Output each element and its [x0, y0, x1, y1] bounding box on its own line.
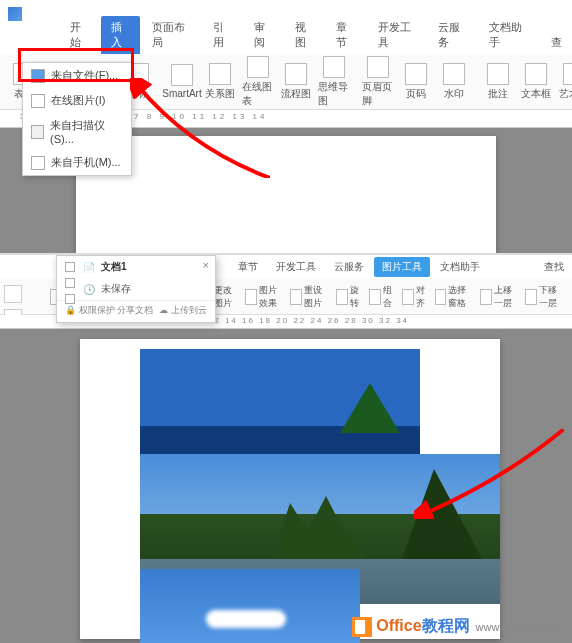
dropdown-online-pic[interactable]: 在线图片(I)	[23, 88, 131, 113]
ribbon-smartart-label: SmartArt	[162, 88, 201, 99]
ribbon-relation-label: 关系图	[205, 87, 235, 101]
ribbon-selectpane[interactable]: 选择窗格	[435, 284, 474, 310]
tab-picture-tools[interactable]: 图片工具	[374, 257, 430, 277]
ribbon-flowchart[interactable]: 流程图	[280, 63, 312, 101]
dropdown-from-phone-label: 来自手机(M)...	[51, 155, 121, 170]
shield-icon: 🔒	[65, 305, 76, 315]
ribbon-align-label: 对齐	[416, 284, 429, 310]
app-logo-icon	[8, 7, 22, 21]
panel-handle-icon[interactable]	[65, 294, 75, 304]
ribbon-wordart-label: 艺术字	[559, 87, 572, 101]
dropdown-from-file[interactable]: 来自文件(F)...	[23, 63, 131, 88]
ribbon-smartart[interactable]: SmartArt	[166, 64, 198, 99]
ribbon-pagenum[interactable]: 页码	[400, 63, 432, 101]
tab-references[interactable]: 引用	[203, 16, 242, 54]
close-icon[interactable]: ×	[203, 259, 209, 271]
ribbon-onlinechart[interactable]: 在线图表	[242, 56, 274, 108]
ribbon-relation[interactable]: 关系图	[204, 63, 236, 101]
ribbon-wordart[interactable]: 艺术字	[558, 63, 572, 101]
tab-cloud[interactable]: 云服务	[326, 257, 372, 277]
tab-layout[interactable]: 页面布局	[142, 16, 200, 54]
ribbon-header[interactable]: 页眉页脚	[362, 56, 394, 108]
ribbon-align[interactable]: 对齐	[402, 284, 429, 310]
ribbon-mindmap[interactable]: 思维导图	[318, 56, 350, 108]
tab-dochelper[interactable]: 文档助手	[479, 16, 537, 54]
tab-chapter[interactable]: 章节	[230, 257, 266, 277]
picture-dropdown: 来自文件(F)... 在线图片(I) 来自扫描仪(S)... 来自手机(M)..…	[22, 62, 132, 176]
ribbon-rotate[interactable]: 旋转	[336, 284, 363, 310]
panel-title: 文档1	[101, 260, 127, 274]
tab-devtools[interactable]: 开发工具	[368, 16, 426, 54]
document-area	[0, 329, 572, 643]
panel-protect[interactable]: 权限保护 分享文档	[79, 305, 154, 315]
search-box[interactable]: 查找	[536, 257, 572, 277]
clock-icon: 🕓	[83, 284, 95, 295]
dropdown-from-scanner[interactable]: 来自扫描仪(S)...	[23, 113, 131, 150]
dropdown-from-file-label: 来自文件(F)...	[51, 68, 118, 83]
folder-icon	[31, 69, 45, 83]
ribbon-group[interactable]: 组合	[369, 284, 396, 310]
tab-cloud[interactable]: 云服务	[428, 16, 477, 54]
watermark-logo-icon	[352, 617, 372, 637]
tab-insert[interactable]: 插入	[101, 16, 140, 54]
inserted-image-3[interactable]	[140, 569, 360, 643]
page[interactable]	[80, 339, 500, 639]
ribbon-tabs: 开始 插入 页面布局 引用 审阅 视图 章节 开发工具 云服务 文档助手 查	[0, 28, 572, 54]
scanner-icon	[31, 125, 44, 139]
cloud-icon: ☁	[159, 305, 168, 315]
dropdown-from-scanner-label: 来自扫描仪(S)...	[50, 118, 123, 145]
watermark-text2: 教程网	[422, 617, 470, 634]
ribbon-flowchart-label: 流程图	[281, 87, 311, 101]
side-button[interactable]	[4, 285, 22, 303]
ribbon-effect-label: 图片效果	[259, 284, 284, 310]
ribbon-group-label: 组合	[383, 284, 396, 310]
ribbon-comment[interactable]: 批注	[482, 63, 514, 101]
tab-devtools[interactable]: 开发工具	[268, 257, 324, 277]
screenshot-top: 开始 插入 页面布局 引用 审阅 视图 章节 开发工具 云服务 文档助手 查 表…	[0, 0, 572, 255]
tab-dochelper[interactable]: 文档助手	[432, 257, 488, 277]
ribbon-rotate-label: 旋转	[350, 284, 363, 310]
ribbon-selectpane-label: 选择窗格	[448, 284, 473, 310]
watermark: Office教程网 www.office26.com	[352, 616, 564, 637]
ribbon-header-label: 页眉页脚	[362, 80, 394, 108]
ribbon-reset[interactable]: 重设图片	[290, 284, 329, 310]
dropdown-online-pic-label: 在线图片(I)	[51, 93, 105, 108]
ribbon-reset-label: 重设图片	[304, 284, 329, 310]
ribbon-textbox[interactable]: 文本框	[520, 63, 552, 101]
tab-chapter[interactable]: 章节	[326, 16, 365, 54]
ribbon-textbox-label: 文本框	[521, 87, 551, 101]
dropdown-from-phone[interactable]: 来自手机(M)...	[23, 150, 131, 175]
ribbon-watermark[interactable]: 水印	[438, 63, 470, 101]
panel-unsaved: 未保存	[101, 282, 131, 296]
search-box[interactable]: 查	[541, 31, 572, 54]
document-panel: × 📄文档1 🕓未保存 🔒 权限保护 分享文档 ☁ 上传到云	[56, 255, 216, 323]
watermark-text1: Office	[376, 617, 421, 634]
ribbon-moveup-label: 上移一层	[494, 284, 519, 310]
ribbon-comment-label: 批注	[488, 87, 508, 101]
tab-view[interactable]: 视图	[285, 16, 324, 54]
ribbon-effect[interactable]: 图片效果	[245, 284, 284, 310]
ribbon-pagenum-label: 页码	[406, 87, 426, 101]
document-icon: 📄	[83, 262, 95, 273]
ribbon-change-label: 更改图片	[214, 284, 239, 310]
tab-review[interactable]: 审阅	[244, 16, 283, 54]
ribbon-watermark-label: 水印	[444, 87, 464, 101]
panel-handle-icon[interactable]	[65, 262, 75, 272]
page[interactable]	[76, 136, 496, 255]
ribbon-moveup[interactable]: 上移一层	[480, 284, 519, 310]
ribbon-movedown-label: 下移一层	[539, 284, 564, 310]
watermark-url: www.office26.com	[476, 621, 564, 633]
image-icon	[31, 94, 45, 108]
tab-start[interactable]: 开始	[60, 16, 99, 54]
ribbon-onlinechart-label: 在线图表	[242, 80, 274, 108]
ribbon-mindmap-label: 思维导图	[318, 80, 350, 108]
ribbon-movedown[interactable]: 下移一层	[525, 284, 564, 310]
panel-upload[interactable]: 上传到云	[171, 305, 207, 315]
panel-handle-icon[interactable]	[65, 278, 75, 288]
phone-icon	[31, 156, 45, 170]
screenshot-bottom: 章节 开发工具 云服务 图片工具 文档助手 查找 高度 透明色 颜色 图片轮廓 …	[0, 255, 572, 643]
